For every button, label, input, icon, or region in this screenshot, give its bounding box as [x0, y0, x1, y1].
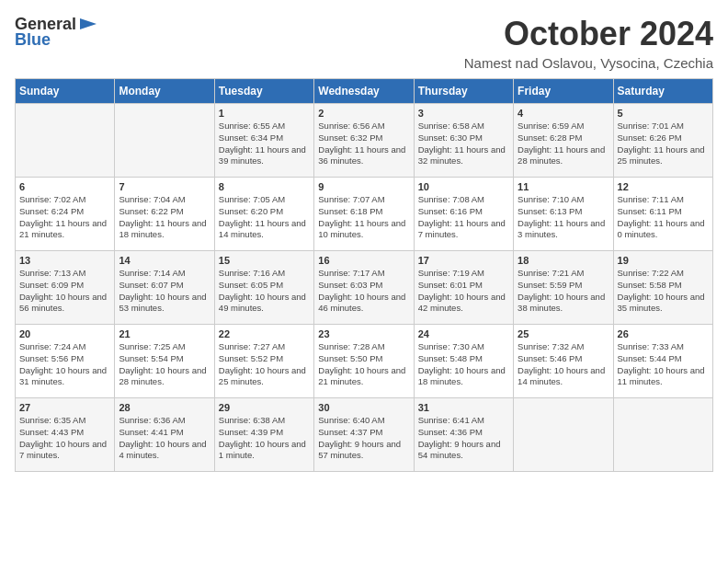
cell-sun-info: Sunrise: 6:59 AM Sunset: 6:28 PM Dayligh…: [518, 121, 609, 167]
col-header-sunday: Sunday: [16, 79, 115, 104]
day-number: 19: [618, 255, 709, 266]
svg-marker-0: [80, 18, 97, 29]
calendar-cell: 7Sunrise: 7:04 AM Sunset: 6:22 PM Daylig…: [115, 178, 214, 251]
calendar-cell: [16, 104, 115, 178]
calendar-cell: 5Sunrise: 7:01 AM Sunset: 6:26 PM Daylig…: [613, 104, 712, 178]
cell-sun-info: Sunrise: 7:28 AM Sunset: 5:50 PM Dayligh…: [318, 341, 409, 388]
day-number: 30: [318, 402, 409, 413]
day-number: 14: [119, 255, 210, 266]
day-number: 15: [219, 255, 310, 266]
day-number: 28: [119, 402, 210, 413]
calendar-cell: 9Sunrise: 7:07 AM Sunset: 6:18 PM Daylig…: [314, 178, 414, 251]
day-number: 5: [618, 108, 709, 119]
day-number: 31: [418, 402, 509, 413]
cell-sun-info: Sunrise: 7:16 AM Sunset: 6:05 PM Dayligh…: [219, 268, 310, 315]
calendar-cell: 28Sunrise: 6:36 AM Sunset: 4:41 PM Dayli…: [115, 398, 214, 472]
calendar-cell: 17Sunrise: 7:19 AM Sunset: 6:01 PM Dayli…: [414, 251, 513, 325]
day-number: 13: [19, 255, 110, 266]
calendar-cell: [613, 398, 712, 472]
col-header-friday: Friday: [514, 79, 613, 104]
location-subtitle: Namest nad Oslavou, Vysocina, Czechia: [464, 55, 713, 71]
cell-sun-info: Sunrise: 7:32 AM Sunset: 5:46 PM Dayligh…: [518, 341, 609, 388]
cell-sun-info: Sunrise: 7:24 AM Sunset: 5:56 PM Dayligh…: [19, 341, 110, 388]
calendar-cell: 27Sunrise: 6:35 AM Sunset: 4:43 PM Dayli…: [16, 398, 115, 472]
day-number: 6: [19, 181, 110, 192]
calendar-cell: 10Sunrise: 7:08 AM Sunset: 6:16 PM Dayli…: [414, 178, 513, 251]
cell-sun-info: Sunrise: 6:35 AM Sunset: 4:43 PM Dayligh…: [19, 415, 110, 462]
day-number: 23: [318, 328, 409, 339]
cell-sun-info: Sunrise: 6:36 AM Sunset: 4:41 PM Dayligh…: [119, 415, 210, 462]
cell-sun-info: Sunrise: 7:01 AM Sunset: 6:26 PM Dayligh…: [618, 121, 709, 167]
cell-sun-info: Sunrise: 7:30 AM Sunset: 5:48 PM Dayligh…: [418, 341, 509, 388]
day-number: 27: [19, 402, 110, 413]
col-header-monday: Monday: [115, 79, 214, 104]
cell-sun-info: Sunrise: 7:07 AM Sunset: 6:18 PM Dayligh…: [318, 194, 409, 241]
calendar-cell: 19Sunrise: 7:22 AM Sunset: 5:58 PM Dayli…: [613, 251, 712, 325]
cell-sun-info: Sunrise: 7:08 AM Sunset: 6:16 PM Dayligh…: [418, 194, 509, 241]
cell-sun-info: Sunrise: 7:22 AM Sunset: 5:58 PM Dayligh…: [618, 268, 709, 315]
calendar-cell: 21Sunrise: 7:25 AM Sunset: 5:54 PM Dayli…: [115, 325, 214, 398]
calendar-cell: 30Sunrise: 6:40 AM Sunset: 4:37 PM Dayli…: [314, 398, 414, 472]
day-number: 7: [119, 181, 210, 192]
calendar-cell: 8Sunrise: 7:05 AM Sunset: 6:20 PM Daylig…: [214, 178, 313, 251]
day-number: 10: [418, 181, 509, 192]
calendar-cell: 11Sunrise: 7:10 AM Sunset: 6:13 PM Dayli…: [514, 178, 613, 251]
calendar-cell: 4Sunrise: 6:59 AM Sunset: 6:28 PM Daylig…: [514, 104, 613, 178]
cell-sun-info: Sunrise: 7:11 AM Sunset: 6:11 PM Dayligh…: [618, 194, 709, 241]
cell-sun-info: Sunrise: 7:17 AM Sunset: 6:03 PM Dayligh…: [318, 268, 409, 315]
day-number: 29: [219, 402, 310, 413]
day-number: 4: [518, 108, 609, 119]
day-number: 16: [318, 255, 409, 266]
col-header-saturday: Saturday: [613, 79, 712, 104]
cell-sun-info: Sunrise: 7:33 AM Sunset: 5:44 PM Dayligh…: [618, 341, 709, 388]
calendar-table: SundayMondayTuesdayWednesdayThursdayFrid…: [15, 78, 713, 472]
header: General Blue October 2024 Namest nad Osl…: [15, 15, 713, 71]
logo-blue: Blue: [15, 30, 51, 50]
day-number: 9: [318, 181, 409, 192]
day-number: 8: [219, 181, 310, 192]
cell-sun-info: Sunrise: 6:41 AM Sunset: 4:36 PM Dayligh…: [418, 415, 509, 462]
calendar-cell: 1Sunrise: 6:55 AM Sunset: 6:34 PM Daylig…: [214, 104, 313, 178]
title-area: October 2024 Namest nad Oslavou, Vysocin…: [464, 15, 713, 71]
calendar-cell: [115, 104, 214, 178]
day-number: 24: [418, 328, 509, 339]
week-row-4: 20Sunrise: 7:24 AM Sunset: 5:56 PM Dayli…: [16, 325, 713, 398]
logo: General Blue: [15, 15, 98, 50]
logo-flag-icon: [78, 17, 98, 33]
day-number: 25: [518, 328, 609, 339]
week-row-5: 27Sunrise: 6:35 AM Sunset: 4:43 PM Dayli…: [16, 398, 713, 472]
calendar-cell: 3Sunrise: 6:58 AM Sunset: 6:30 PM Daylig…: [414, 104, 513, 178]
calendar-cell: 22Sunrise: 7:27 AM Sunset: 5:52 PM Dayli…: [214, 325, 313, 398]
calendar-cell: 13Sunrise: 7:13 AM Sunset: 6:09 PM Dayli…: [16, 251, 115, 325]
day-number: 2: [318, 108, 409, 119]
col-header-thursday: Thursday: [414, 79, 513, 104]
day-number: 21: [119, 328, 210, 339]
cell-sun-info: Sunrise: 7:05 AM Sunset: 6:20 PM Dayligh…: [219, 194, 310, 241]
cell-sun-info: Sunrise: 7:25 AM Sunset: 5:54 PM Dayligh…: [119, 341, 210, 388]
cell-sun-info: Sunrise: 7:19 AM Sunset: 6:01 PM Dayligh…: [418, 268, 509, 315]
calendar-cell: 23Sunrise: 7:28 AM Sunset: 5:50 PM Dayli…: [314, 325, 414, 398]
day-number: 17: [418, 255, 509, 266]
calendar-cell: 18Sunrise: 7:21 AM Sunset: 5:59 PM Dayli…: [514, 251, 613, 325]
month-title: October 2024: [464, 15, 713, 53]
cell-sun-info: Sunrise: 6:56 AM Sunset: 6:32 PM Dayligh…: [318, 121, 409, 167]
calendar-cell: 2Sunrise: 6:56 AM Sunset: 6:32 PM Daylig…: [314, 104, 414, 178]
calendar-cell: 24Sunrise: 7:30 AM Sunset: 5:48 PM Dayli…: [414, 325, 513, 398]
cell-sun-info: Sunrise: 7:13 AM Sunset: 6:09 PM Dayligh…: [19, 268, 110, 315]
calendar-cell: 29Sunrise: 6:38 AM Sunset: 4:39 PM Dayli…: [214, 398, 313, 472]
day-number: 12: [618, 181, 709, 192]
cell-sun-info: Sunrise: 7:10 AM Sunset: 6:13 PM Dayligh…: [518, 194, 609, 241]
day-number: 18: [518, 255, 609, 266]
calendar-cell: 20Sunrise: 7:24 AM Sunset: 5:56 PM Dayli…: [16, 325, 115, 398]
cell-sun-info: Sunrise: 7:04 AM Sunset: 6:22 PM Dayligh…: [119, 194, 210, 241]
cell-sun-info: Sunrise: 6:55 AM Sunset: 6:34 PM Dayligh…: [219, 121, 310, 167]
calendar-cell: 12Sunrise: 7:11 AM Sunset: 6:11 PM Dayli…: [613, 178, 712, 251]
calendar-cell: [514, 398, 613, 472]
cell-sun-info: Sunrise: 7:14 AM Sunset: 6:07 PM Dayligh…: [119, 268, 210, 315]
cell-sun-info: Sunrise: 6:58 AM Sunset: 6:30 PM Dayligh…: [418, 121, 509, 167]
col-header-wednesday: Wednesday: [314, 79, 414, 104]
week-row-2: 6Sunrise: 7:02 AM Sunset: 6:24 PM Daylig…: [16, 178, 713, 251]
day-number: 3: [418, 108, 509, 119]
day-number: 1: [219, 108, 310, 119]
cell-sun-info: Sunrise: 6:38 AM Sunset: 4:39 PM Dayligh…: [219, 415, 310, 462]
